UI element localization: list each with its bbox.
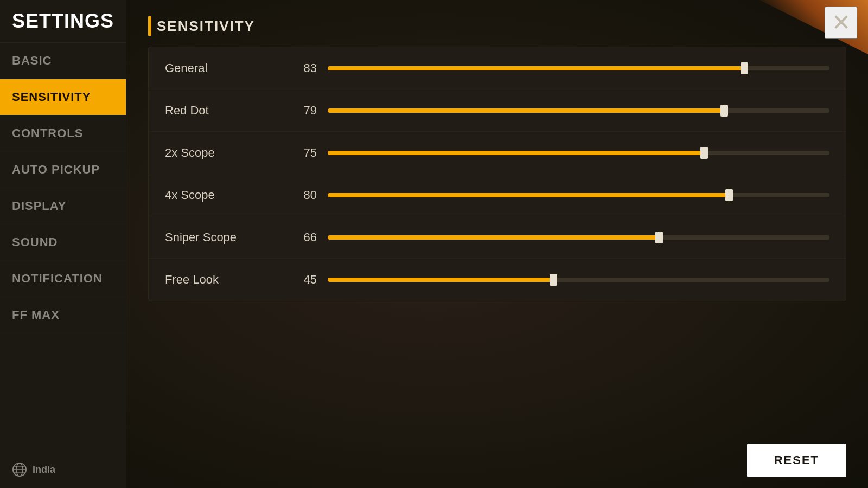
sidebar: SETTINGS BASIC SENSITIVITY CONTROLS AUTO…	[0, 0, 126, 488]
sidebar-footer: India	[0, 451, 126, 488]
sidebar-item-auto-pickup[interactable]: AUTO PICKUP	[0, 152, 126, 188]
main-content: SENSITIVITY General 83 Red Dot 79	[126, 0, 868, 488]
row-value-2x-scope: 75	[284, 146, 317, 160]
sensitivity-row-red-dot: Red Dot 79	[149, 89, 846, 132]
row-value-general: 83	[284, 61, 317, 75]
close-button[interactable]: ✕	[825, 7, 857, 39]
section-header: SENSITIVITY	[148, 16, 846, 36]
row-label-red-dot: Red Dot	[165, 104, 284, 118]
sidebar-item-sound[interactable]: SOUND	[0, 224, 126, 261]
slider-sniper-scope[interactable]	[328, 235, 829, 240]
sensitivity-row-sniper-scope: Sniper Scope 66	[149, 216, 846, 259]
globe-icon	[12, 462, 27, 477]
reset-button[interactable]: RESET	[747, 444, 846, 477]
slider-general[interactable]	[328, 66, 829, 70]
sensitivity-panel: General 83 Red Dot 79	[148, 47, 846, 301]
app-title: SETTINGS	[0, 0, 126, 43]
row-label-sniper-scope: Sniper Scope	[165, 230, 284, 245]
sidebar-item-ff-max[interactable]: FF MAX	[0, 297, 126, 333]
section-accent	[148, 16, 151, 36]
row-value-red-dot: 79	[284, 104, 317, 118]
slider-4x-scope[interactable]	[328, 193, 829, 197]
section-title: SENSITIVITY	[157, 18, 255, 35]
row-value-4x-scope: 80	[284, 188, 317, 202]
sensitivity-row-2x-scope: 2x Scope 75	[149, 132, 846, 174]
row-label-general: General	[165, 61, 284, 75]
close-icon: ✕	[832, 11, 851, 34]
sensitivity-row-free-look: Free Look 45	[149, 259, 846, 301]
region-label: India	[33, 464, 55, 476]
row-label-free-look: Free Look	[165, 273, 284, 287]
slider-red-dot[interactable]	[328, 108, 829, 113]
sidebar-item-controls[interactable]: CONTROLS	[0, 115, 126, 152]
sidebar-nav: BASIC SENSITIVITY CONTROLS AUTO PICKUP D…	[0, 43, 126, 333]
row-label-4x-scope: 4x Scope	[165, 188, 284, 202]
sidebar-item-notification[interactable]: NOTIFICATION	[0, 261, 126, 297]
slider-free-look[interactable]	[328, 278, 829, 282]
sidebar-item-display[interactable]: DISPLAY	[0, 188, 126, 224]
sensitivity-row-4x-scope: 4x Scope 80	[149, 174, 846, 216]
sensitivity-row-general: General 83	[149, 47, 846, 89]
sidebar-item-sensitivity[interactable]: SENSITIVITY	[0, 79, 126, 115]
row-value-sniper-scope: 66	[284, 230, 317, 245]
slider-2x-scope[interactable]	[328, 151, 829, 155]
row-label-2x-scope: 2x Scope	[165, 146, 284, 160]
row-value-free-look: 45	[284, 273, 317, 287]
sidebar-item-basic[interactable]: BASIC	[0, 43, 126, 79]
